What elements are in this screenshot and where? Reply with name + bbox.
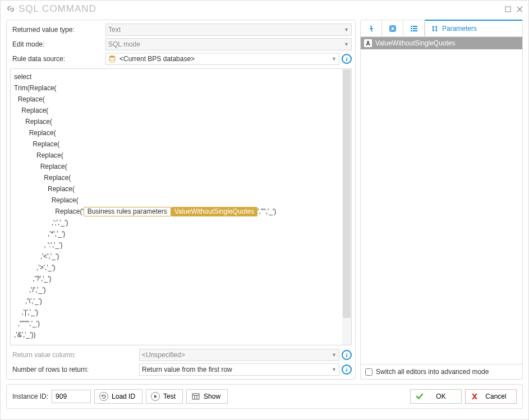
svg-point-1 [109,56,115,58]
load-id-button[interactable]: Load ID [94,389,142,404]
title-bar: SQL COMMAND [1,1,528,16]
rows-label: Number of rows to return: [10,366,139,373]
edit-mode-combo[interactable]: SQL mode ▼ [105,38,352,50]
rows-combo[interactable]: Return value from the first row ▼ [139,363,339,376]
parameter-item[interactable]: A ValueWithoutSingleQuotes [361,37,522,49]
footer: Instance ID: Load ID Test Show OK Cancel [6,384,523,409]
scrollbar-track[interactable] [342,69,351,345]
load-icon [99,392,108,401]
type-badge: A [364,39,372,47]
close-button[interactable] [517,6,523,12]
chevron-down-icon: ▼ [332,352,337,358]
parameter-name: ValueWithoutSingleQuotes [375,39,456,47]
advanced-mode-row: Switch all editors into advanced mode [361,364,522,379]
chevron-down-icon: ▼ [332,367,337,372]
window-title: SQL COMMAND [19,3,96,15]
info-icon[interactable]: i [342,364,352,375]
info-icon[interactable]: i [342,350,352,360]
tabs: Parameters [361,20,522,37]
tab-functions[interactable] [361,20,382,36]
svg-rect-3 [391,27,394,30]
tab-values[interactable] [382,20,403,36]
maximize-button[interactable] [505,6,511,12]
database-icon [108,55,116,63]
sql-editor[interactable]: select Trim(Replace( Replace( Replace( R… [10,68,352,345]
svg-rect-10 [192,394,199,399]
test-button[interactable]: Test [146,389,183,404]
svg-rect-4 [411,26,412,27]
chevron-down-icon: ▼ [332,56,337,62]
return-col-label: Return value column: [10,351,139,359]
svg-rect-0 [505,7,510,12]
parameters-icon [431,25,439,33]
parameter-list: A ValueWithoutSingleQuotes [361,37,522,364]
cancel-button[interactable]: Cancel [465,389,517,404]
cancel-icon [470,392,479,401]
return-col-combo[interactable]: <Unspecified> ▼ [139,349,339,361]
edit-mode-label: Edit mode: [10,40,105,48]
data-source-combo[interactable]: <Current BPS database> ▼ [105,53,339,65]
instance-id-input[interactable] [52,390,91,403]
chevron-down-icon: ▼ [344,27,349,33]
play-icon [151,392,160,401]
data-source-label: Rule data source: [10,55,105,63]
info-icon[interactable]: i [342,54,352,64]
returned-value-combo[interactable]: Text ▼ [105,24,352,36]
chevron-down-icon: ▼ [344,41,349,47]
param-tag-value[interactable]: ValueWithoutSingleQuotes [171,207,258,216]
svg-rect-9 [413,30,417,31]
returned-value-label: Returned value type: [10,26,105,34]
show-icon [191,392,200,401]
svg-rect-8 [411,30,412,31]
param-tag-category[interactable]: Business rules parameters [84,207,171,216]
scrollbar-thumb[interactable] [343,70,351,318]
instance-id-label: Instance ID: [12,393,48,400]
tab-parameters[interactable]: Parameters [425,20,522,36]
svg-rect-7 [413,28,417,29]
svg-rect-5 [413,26,417,27]
ok-button[interactable]: OK [410,389,462,404]
tab-fields[interactable] [403,20,425,36]
advanced-mode-checkbox[interactable] [365,368,372,376]
show-button[interactable]: Show [186,389,228,404]
link-icon [6,4,15,13]
left-panel: Returned value type: Text ▼ Edit mode: S… [6,20,356,380]
advanced-mode-label: Switch all editors into advanced mode [376,368,489,376]
check-icon [415,392,424,401]
right-panel: Parameters A ValueWithoutSingleQuotes Sw… [360,20,523,380]
svg-rect-6 [411,28,412,29]
